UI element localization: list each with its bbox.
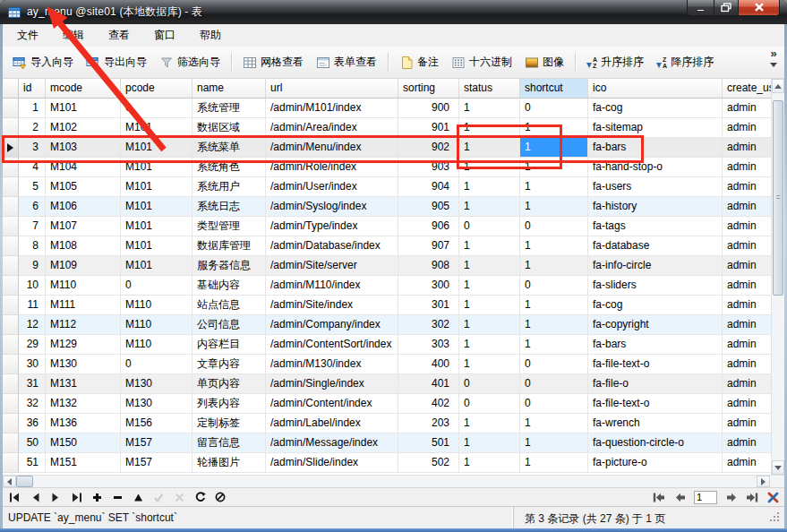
vertical-scroll-thumb[interactable]: [773, 100, 783, 296]
scroll-up-button[interactable]: [772, 79, 784, 93]
cell-create_user[interactable]: admin: [723, 158, 771, 177]
cell-shortcut[interactable]: 1: [520, 236, 588, 256]
row-marker[interactable]: [3, 138, 19, 158]
cell-id[interactable]: 11: [19, 296, 46, 315]
cell-mcode[interactable]: M108: [46, 236, 121, 256]
cell-ico[interactable]: fa-info-circle: [588, 256, 723, 276]
row-marker[interactable]: [3, 355, 19, 374]
cell-status[interactable]: 1: [459, 315, 520, 335]
cell-pcode[interactable]: M110: [121, 296, 192, 315]
cell-shortcut[interactable]: 0: [520, 374, 588, 394]
edit-record-button[interactable]: [132, 492, 144, 502]
cell-ico[interactable]: fa-users: [588, 177, 723, 197]
cell-url[interactable]: /admin/M110/index: [266, 276, 398, 296]
cell-shortcut[interactable]: 1: [520, 335, 588, 355]
cell-mcode[interactable]: M131: [46, 374, 121, 394]
cell-mcode[interactable]: M129: [46, 335, 121, 355]
cell-id[interactable]: 12: [19, 315, 46, 335]
image-button[interactable]: 图像: [519, 50, 569, 74]
cell-ico[interactable]: fa-question-circle-o: [588, 433, 723, 453]
cell-id[interactable]: 32: [19, 394, 46, 414]
cell-ico[interactable]: fa-cog: [588, 296, 723, 315]
cell-url[interactable]: /admin/Type/index: [266, 217, 398, 236]
cell-url[interactable]: /admin/Content/index: [266, 394, 398, 414]
cell-shortcut[interactable]: 1: [520, 433, 588, 453]
cell-shortcut[interactable]: 1: [520, 197, 588, 217]
row-marker[interactable]: [3, 217, 19, 236]
cell-pcode[interactable]: M156: [121, 414, 192, 433]
row-marker[interactable]: [3, 414, 19, 433]
cell-url[interactable]: /admin/Syslog/index: [266, 197, 398, 217]
cell-name[interactable]: 类型管理: [192, 217, 266, 236]
cell-ico[interactable]: fa-bars: [588, 335, 723, 355]
cell-pcode[interactable]: 0: [121, 355, 192, 374]
cell-pcode[interactable]: M130: [121, 374, 192, 394]
cell-url[interactable]: /admin/M130/index: [266, 355, 398, 374]
row-marker[interactable]: [3, 453, 19, 473]
cell-mcode[interactable]: M107: [46, 217, 121, 236]
cell-id[interactable]: 9: [19, 256, 46, 276]
row-marker[interactable]: [3, 256, 19, 276]
cell-id[interactable]: 8: [19, 236, 46, 256]
cell-name[interactable]: 列表内容: [192, 394, 266, 414]
cell-sorting[interactable]: 904: [398, 177, 459, 197]
cell-name[interactable]: 系统用户: [192, 177, 266, 197]
cell-pcode[interactable]: M101: [121, 236, 192, 256]
row-marker[interactable]: [3, 99, 19, 118]
cell-id[interactable]: 5: [19, 177, 46, 197]
cell-sorting[interactable]: 907: [398, 236, 459, 256]
cell-sorting[interactable]: 905: [398, 197, 459, 217]
cell-ico[interactable]: fa-picture-o: [588, 453, 723, 473]
cell-url[interactable]: /admin/Slide/index: [266, 453, 398, 473]
cell-pcode[interactable]: M157: [121, 433, 192, 453]
row-marker[interactable]: [3, 296, 19, 315]
cell-create_user[interactable]: admin: [723, 453, 771, 473]
sort-desc-button[interactable]: ZA 降序排序: [651, 50, 719, 74]
row-marker[interactable]: [3, 197, 19, 217]
cell-shortcut[interactable]: 0: [520, 99, 588, 118]
horizontal-scroll-thumb[interactable]: [16, 476, 33, 487]
cell-shortcut[interactable]: 0: [520, 355, 588, 374]
cell-mcode[interactable]: M151: [46, 453, 121, 473]
scroll-track[interactable]: [33, 476, 757, 487]
cell-url[interactable]: /admin/ContentSort/index: [266, 335, 398, 355]
cell-shortcut[interactable]: 1: [520, 414, 588, 433]
cell-name[interactable]: 系统管理: [192, 99, 266, 118]
cell-sorting[interactable]: 400: [398, 355, 459, 374]
cell-sorting[interactable]: 906: [398, 217, 459, 236]
next-page-button[interactable]: [725, 492, 738, 502]
cell-url[interactable]: /admin/Site/index: [266, 296, 398, 315]
cell-mcode[interactable]: M102: [46, 118, 121, 138]
cell-id[interactable]: 30: [19, 355, 46, 374]
cell-id[interactable]: 31: [19, 374, 46, 394]
scroll-right-button[interactable]: [757, 476, 770, 487]
cell-shortcut[interactable]: 1: [520, 296, 588, 315]
cell-id[interactable]: 6: [19, 197, 46, 217]
cell-sorting[interactable]: 900: [398, 99, 459, 118]
row-marker[interactable]: [3, 315, 19, 335]
stop-button[interactable]: [214, 492, 227, 502]
cell-mcode[interactable]: M112: [46, 315, 121, 335]
menu-item-0[interactable]: 文件: [8, 25, 47, 46]
cell-create_user[interactable]: admin: [723, 99, 771, 118]
cell-ico[interactable]: fa-wrench: [588, 414, 723, 433]
title-bar[interactable]: ay_menu @site01 (本地数据库) - 表: [0, 0, 787, 24]
cell-name[interactable]: 站点信息: [192, 296, 266, 315]
cell-id[interactable]: 50: [19, 433, 46, 453]
export-wizard-button[interactable]: 导出向导: [81, 50, 152, 74]
vertical-scrollbar[interactable]: [771, 79, 784, 475]
cell-create_user[interactable]: admin: [723, 374, 771, 394]
cell-sorting[interactable]: 901: [398, 118, 459, 138]
row-marker[interactable]: [3, 118, 19, 138]
cell-url[interactable]: /admin/Site/server: [266, 256, 398, 276]
cell-shortcut[interactable]: 0: [520, 217, 588, 236]
cell-mcode[interactable]: M110: [46, 276, 121, 296]
cell-name[interactable]: 留言信息: [192, 433, 266, 453]
cell-pcode[interactable]: M101: [121, 138, 192, 158]
cell-status[interactable]: 0: [459, 217, 520, 236]
import-wizard-button[interactable]: 导入向导: [7, 50, 79, 74]
restore-button[interactable]: [714, 0, 739, 16]
cell-pcode[interactable]: 0: [121, 99, 192, 118]
cell-mcode[interactable]: M150: [46, 433, 121, 453]
cell-mcode[interactable]: M111: [46, 296, 121, 315]
